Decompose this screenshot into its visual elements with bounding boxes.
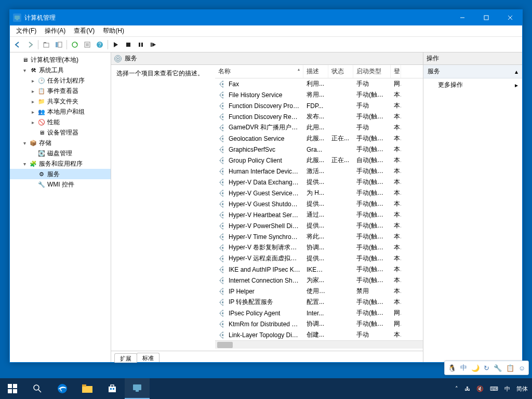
- taskbar[interactable]: ˄ 🖧 🔇 ⌨ 中 简体: [0, 378, 532, 399]
- stop-service-button[interactable]: [123, 39, 134, 50]
- refresh-icon[interactable]: ↻: [484, 364, 489, 372]
- export-button[interactable]: [82, 39, 93, 50]
- more-actions[interactable]: 更多操作 ▸: [423, 78, 522, 91]
- tab-standard[interactable]: 标准: [137, 353, 159, 362]
- forward-button[interactable]: [24, 39, 36, 50]
- col-status[interactable]: 状态: [328, 65, 353, 78]
- clipboard-icon[interactable]: 📋: [506, 364, 514, 372]
- tray-chevron-icon[interactable]: ˄: [455, 385, 458, 392]
- tree-node[interactable]: 🖥设备管理器: [10, 127, 111, 138]
- services-list[interactable]: 名称▴ 描述 状态 启动类型 登 Fax利用...手动网File History…: [215, 65, 423, 351]
- menu-action[interactable]: 操作(A): [41, 25, 70, 36]
- expander-icon[interactable]: ▸: [30, 99, 36, 104]
- expander-icon[interactable]: ▸: [30, 119, 36, 125]
- tree-node[interactable]: ▸👥本地用户和组: [10, 107, 111, 117]
- col-logon[interactable]: 登: [391, 65, 401, 78]
- lang-indicator[interactable]: 简体: [516, 385, 528, 393]
- service-row[interactable]: Group Policy Client此服...正在...自动(触发...本: [215, 155, 423, 166]
- back-button[interactable]: [12, 39, 23, 50]
- service-row[interactable]: Internet Connection Shari...为家...手动(触发..…: [215, 275, 423, 286]
- svc-desc: FDP...: [303, 102, 328, 110]
- tree-node[interactable]: ▸📋事件查看器: [10, 86, 111, 96]
- col-startup[interactable]: 启动类型: [353, 65, 391, 78]
- horizontal-scrollbar[interactable]: [215, 340, 423, 349]
- tree-node[interactable]: 💽磁盘管理: [10, 148, 111, 158]
- menu-view[interactable]: 查看(V): [70, 25, 99, 36]
- ime-toolbar[interactable]: 🐧 中 🌙 ↻ 🔧 📋 ☺: [444, 361, 529, 375]
- help-button[interactable]: ?: [94, 39, 105, 50]
- service-row[interactable]: GameDVR 和广播用户服务...此用...手动本: [215, 122, 423, 133]
- menu-file[interactable]: 文件(F): [12, 25, 41, 36]
- service-row[interactable]: Hyper-V Data Exchange ...提供...手动(触发...本: [215, 177, 423, 188]
- network-icon[interactable]: 🖧: [464, 385, 470, 392]
- service-row[interactable]: Geolocation Service此服...正在...手动(触发...本: [215, 133, 423, 144]
- store-button[interactable]: [100, 378, 125, 399]
- explorer-button[interactable]: [75, 378, 100, 399]
- tree-node[interactable]: ⚙服务: [10, 169, 111, 179]
- maximize-button[interactable]: [474, 10, 498, 25]
- start-service-button[interactable]: [110, 39, 122, 50]
- menu-help[interactable]: 帮助(H): [99, 25, 128, 36]
- service-row[interactable]: Hyper-V 远程桌面虚拟化...提供...手动(触发...本: [215, 253, 423, 264]
- service-row[interactable]: Hyper-V Guest Shutdown...提供...手动(触发...本: [215, 198, 423, 209]
- expander-icon[interactable]: ▾: [21, 140, 28, 146]
- pause-service-button[interactable]: [135, 39, 147, 50]
- service-row[interactable]: Link-Layer Topology Disc...创建...手动本: [215, 329, 423, 340]
- expander-icon[interactable]: ▸: [30, 78, 36, 84]
- service-row[interactable]: KtmRm for Distributed Tr...协调...手动(触发...…: [215, 318, 423, 329]
- tree-node[interactable]: ▸🚫性能: [10, 117, 111, 127]
- service-row[interactable]: Hyper-V Guest Service In...为 H...手动(触发..…: [215, 188, 423, 198]
- keyboard-icon[interactable]: ⌨: [490, 385, 498, 392]
- close-button[interactable]: [498, 10, 522, 25]
- titlebar[interactable]: 计算机管理: [10, 10, 522, 25]
- refresh-button[interactable]: [69, 39, 81, 50]
- tree-node[interactable]: ▾🛠系统工具: [10, 65, 111, 75]
- tree-node[interactable]: ▸📁共享文件夹: [10, 96, 111, 107]
- expander-icon[interactable]: ▸: [30, 109, 36, 115]
- tab-extended[interactable]: 扩展: [114, 353, 137, 363]
- navigation-tree[interactable]: 🖥计算机管理(本地)▾🛠系统工具▸🕑任务计划程序▸📋事件查看器▸📁共享文件夹▸👥…: [10, 52, 111, 362]
- tree-node[interactable]: ▾🧩服务和应用程序: [10, 158, 111, 169]
- service-row[interactable]: GraphicsPerfSvcGra...手动(触发...本: [215, 144, 423, 155]
- service-row[interactable]: Hyper-V Heartbeat Service通过...手动(触发...本: [215, 209, 423, 220]
- wrench-icon[interactable]: 🔧: [494, 364, 502, 372]
- show-hide-tree-button[interactable]: [53, 39, 64, 50]
- expander-icon[interactable]: ▸: [30, 88, 36, 94]
- service-row[interactable]: Hyper-V Time Synchroniz...将此...手动(触发...本: [215, 231, 423, 242]
- up-button[interactable]: [41, 39, 52, 50]
- service-row[interactable]: Hyper-V PowerShell Dire...提供...手动(触发...本: [215, 220, 423, 231]
- tree-label: 服务和应用程序: [39, 159, 83, 168]
- tree-node[interactable]: ▸🕑任务计划程序: [10, 75, 111, 86]
- moon-icon[interactable]: 🌙: [471, 364, 480, 372]
- minimize-button[interactable]: [450, 10, 474, 25]
- service-row[interactable]: IKE and AuthIP IPsec Key...IKEE...手动(触发.…: [215, 264, 423, 275]
- service-row[interactable]: Human Interface Device ...激活...手动(触发...本: [215, 166, 423, 177]
- service-row[interactable]: File History Service将用...手动(触发...本: [215, 89, 423, 100]
- restart-service-button[interactable]: [148, 39, 159, 50]
- service-row[interactable]: Function Discovery Provi...FDP...手动本: [215, 100, 423, 111]
- edge-button[interactable]: [50, 378, 75, 399]
- service-row[interactable]: IP Helper使用 ...禁用本: [215, 286, 423, 297]
- expander-icon[interactable]: ▾: [21, 68, 28, 73]
- search-button[interactable]: [25, 378, 50, 399]
- tree-node[interactable]: 🔧WMI 控件: [10, 179, 111, 190]
- col-name[interactable]: 名称▴: [215, 65, 303, 78]
- ime-mode[interactable]: 中: [460, 363, 467, 373]
- col-desc[interactable]: 描述: [303, 65, 328, 78]
- ime-indicator[interactable]: 中: [504, 385, 510, 393]
- system-tray[interactable]: ˄ 🖧 🔇 ⌨ 中 简体: [455, 385, 532, 393]
- compmgmt-taskbar-button[interactable]: [125, 378, 150, 399]
- service-row[interactable]: Function Discovery Reso...发布...手动(触发...本: [215, 111, 423, 122]
- expander-icon[interactable]: ▾: [21, 161, 28, 167]
- smile-icon[interactable]: ☺: [518, 364, 525, 372]
- tree-node[interactable]: ▾📦存储: [10, 138, 111, 148]
- actions-section[interactable]: 服务 ▴: [423, 65, 522, 78]
- tree-node[interactable]: 🖥计算机管理(本地): [10, 55, 111, 65]
- volume-icon[interactable]: 🔇: [476, 385, 484, 392]
- service-row[interactable]: Fax利用...手动网: [215, 78, 423, 89]
- service-row[interactable]: Hyper-V 卷影复制请求程序协调...手动(触发...本: [215, 242, 423, 253]
- svg-text:?: ?: [98, 42, 101, 48]
- service-row[interactable]: IP 转换配置服务配置...手动(触发...本: [215, 297, 423, 308]
- service-row[interactable]: IPsec Policy AgentInter...手动(触发...网: [215, 308, 423, 318]
- start-button[interactable]: [0, 378, 25, 399]
